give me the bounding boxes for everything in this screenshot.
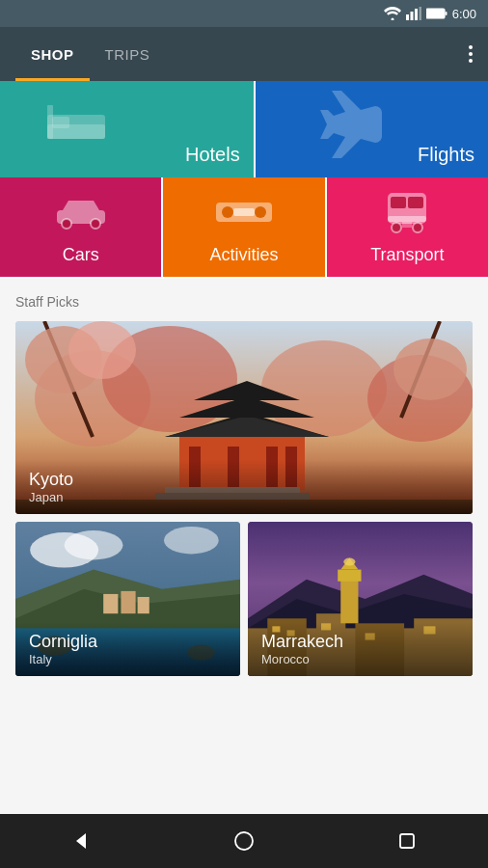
svg-point-47 — [393, 339, 467, 400]
svg-rect-25 — [402, 222, 412, 228]
wifi-icon — [384, 7, 401, 20]
nav-tabs: SHOP TRIPS — [15, 27, 165, 81]
top-row: Hotels Flights — [0, 81, 488, 177]
svg-rect-22 — [388, 216, 426, 222]
home-button[interactable] — [215, 822, 273, 860]
bed-icon — [42, 95, 110, 144]
svg-point-14 — [91, 219, 100, 229]
cars-tile[interactable]: Cars — [0, 177, 163, 279]
svg-rect-4 — [419, 7, 421, 20]
flights-label: Flights — [418, 144, 474, 166]
bottom-nav — [0, 814, 488, 868]
svg-point-23 — [392, 223, 401, 232]
hotels-tile[interactable]: Hotels — [0, 81, 254, 177]
marrakech-card[interactable]: Marrakech Morocco — [248, 522, 473, 676]
signal-icon — [406, 7, 421, 20]
svg-rect-55 — [103, 594, 118, 613]
transport-label: Transport — [370, 245, 444, 265]
svg-marker-77 — [76, 833, 86, 849]
kyoto-city: Kyoto — [29, 470, 459, 490]
svg-rect-7 — [445, 12, 447, 15]
corniglia-card[interactable]: Corniglia Italy — [15, 522, 240, 676]
svg-rect-69 — [338, 570, 361, 582]
staff-picks-title: Staff Picks — [15, 294, 473, 310]
svg-rect-6 — [427, 11, 442, 17]
corniglia-overlay: Corniglia Italy — [15, 622, 240, 676]
top-nav: SHOP TRIPS — [0, 27, 488, 81]
svg-point-29 — [261, 340, 387, 437]
svg-point-13 — [62, 219, 71, 229]
svg-rect-2 — [410, 12, 413, 20]
status-time: 6:00 — [452, 7, 476, 21]
status-icons: 6:00 — [384, 7, 476, 21]
cars-label: Cars — [63, 245, 99, 265]
kyoto-card[interactable]: Kyoto Japan — [15, 321, 473, 514]
small-cards-row: Corniglia Italy — [15, 522, 473, 676]
kyoto-overlay: Kyoto Japan — [15, 460, 473, 514]
corniglia-city: Corniglia — [29, 632, 227, 652]
transport-tile[interactable]: Transport — [327, 177, 488, 279]
svg-rect-11 — [47, 105, 53, 139]
tab-trips[interactable]: TRIPS — [90, 27, 166, 81]
marrakech-country: Morocco — [261, 652, 459, 666]
battery-icon — [426, 8, 447, 19]
svg-point-78 — [235, 832, 253, 850]
corniglia-country: Italy — [29, 652, 227, 666]
recents-button[interactable] — [378, 822, 436, 860]
svg-point-17 — [255, 206, 266, 218]
home-icon — [233, 830, 255, 852]
ticket-icon — [214, 195, 274, 230]
plane-icon — [314, 86, 392, 163]
svg-point-50 — [65, 530, 123, 559]
activities-tile[interactable]: Activities — [163, 177, 326, 279]
svg-point-0 — [391, 18, 393, 21]
svg-point-51 — [164, 527, 219, 554]
car-icon — [53, 195, 109, 230]
svg-rect-57 — [138, 597, 149, 613]
recents-icon — [398, 832, 416, 850]
svg-point-71 — [343, 557, 355, 565]
svg-rect-20 — [391, 197, 406, 208]
more-options-button[interactable] — [469, 45, 473, 63]
svg-rect-1 — [406, 14, 409, 20]
activities-label: Activities — [209, 245, 278, 265]
svg-point-45 — [68, 321, 136, 379]
category-grid: Hotels Flights Cars — [0, 81, 488, 279]
svg-rect-79 — [400, 834, 414, 848]
back-button[interactable] — [52, 822, 110, 860]
back-icon — [70, 830, 92, 852]
svg-rect-21 — [408, 197, 423, 208]
status-bar: 6:00 — [0, 0, 488, 27]
tab-shop[interactable]: SHOP — [15, 27, 90, 81]
svg-rect-10 — [52, 117, 69, 128]
svg-point-16 — [222, 206, 233, 218]
bus-icon — [383, 189, 431, 235]
staff-picks-section: Staff Picks — [0, 279, 488, 676]
marrakech-overlay: Marrakech Morocco — [248, 622, 473, 676]
flights-tile[interactable]: Flights — [254, 81, 488, 177]
svg-point-24 — [413, 223, 422, 232]
svg-rect-68 — [340, 575, 358, 624]
hotels-label: Hotels — [185, 144, 240, 166]
marrakech-city: Marrakech — [261, 632, 459, 652]
kyoto-country: Japan — [29, 490, 459, 504]
svg-rect-56 — [121, 591, 135, 613]
bottom-row: Cars Activities — [0, 177, 488, 279]
svg-rect-3 — [415, 9, 418, 20]
svg-rect-18 — [233, 208, 255, 216]
